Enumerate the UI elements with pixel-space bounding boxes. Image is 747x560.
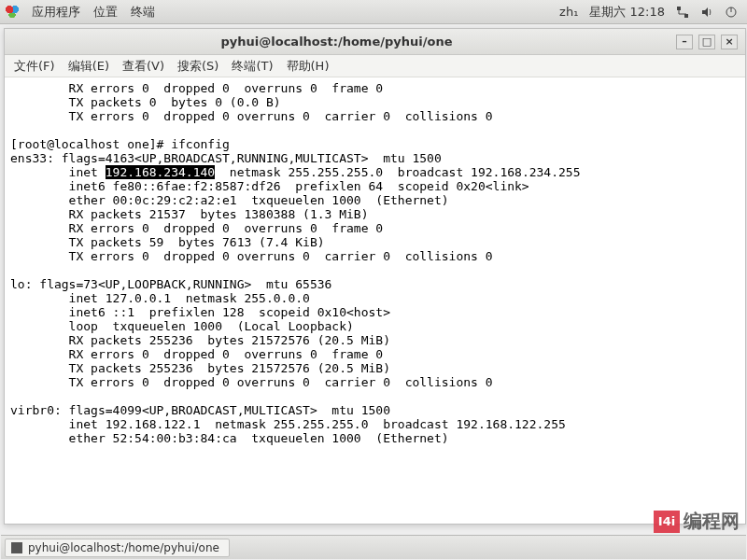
term-line: RX errors 0 dropped 0 overruns 0 frame 0 <box>10 347 383 361</box>
network-icon[interactable] <box>676 6 689 19</box>
window-titlebar[interactable]: pyhui@localhost:/home/pyhui/one – □ × <box>5 29 745 55</box>
term-line: ens33: flags=4163<UP,BROADCAST,RUNNING,M… <box>10 151 442 165</box>
menu-terminal[interactable]: 终端(T) <box>232 58 273 75</box>
term-line: inet6 fe80::6fae:f2:8587:df26 prefixlen … <box>10 179 529 193</box>
term-line: TX errors 0 dropped 0 overruns 0 carrier… <box>10 375 493 389</box>
places-menu[interactable]: 位置 <box>93 4 118 21</box>
term-line: virbr0: flags=4099<UP,BROADCAST,MULTICAS… <box>10 403 390 417</box>
term-line: [root@localhost one]# ifconfig <box>10 137 230 151</box>
term-line: RX errors 0 dropped 0 overruns 0 frame 0 <box>10 221 383 235</box>
term-line: loop txqueuelen 1000 (Local Loopback) <box>10 319 354 333</box>
term-line: lo: flags=73<UP,LOOPBACK,RUNNING> mtu 65… <box>10 277 331 291</box>
term-line: TX packets 0 bytes 0 (0.0 B) <box>10 95 281 109</box>
menu-help[interactable]: 帮助(H) <box>287 58 330 75</box>
applications-menu[interactable]: 应用程序 <box>32 4 80 21</box>
ime-indicator[interactable]: zh₁ <box>559 5 578 19</box>
minimize-button[interactable]: – <box>676 35 693 49</box>
close-button[interactable]: × <box>721 35 738 49</box>
menu-file[interactable]: 文件(F) <box>14 58 55 75</box>
term-line: ether 00:0c:29:c2:a2:e1 txqueuelen 1000 … <box>10 193 449 207</box>
terminal-output[interactable]: RX errors 0 dropped 0 overruns 0 frame 0… <box>5 77 745 524</box>
term-line: inet 192.168.122.1 netmask 255.255.255.0… <box>10 417 566 431</box>
volume-icon[interactable] <box>700 6 713 19</box>
gnome-logo-icon <box>6 6 19 19</box>
power-icon[interactable] <box>725 6 738 19</box>
term-line: inet 127.0.0.1 netmask 255.0.0.0 <box>10 291 310 305</box>
term-line: inet <box>10 165 106 179</box>
term-line: TX errors 0 dropped 0 overruns 0 carrier… <box>10 109 493 123</box>
term-line: TX errors 0 dropped 0 overruns 0 carrier… <box>10 249 493 263</box>
menu-search[interactable]: 搜索(S) <box>177 58 218 75</box>
svg-rect-0 <box>677 7 681 10</box>
menu-edit[interactable]: 编辑(E) <box>68 58 109 75</box>
window-title: pyhui@localhost:/home/pyhui/one <box>5 35 669 49</box>
terminal-window: pyhui@localhost:/home/pyhui/one – □ × 文件… <box>4 28 746 525</box>
system-panel: 应用程序 位置 终端 zh₁ 星期六 12:18 <box>0 0 747 24</box>
highlighted-ip: 192.168.234.140 <box>106 165 215 179</box>
term-line: RX errors 0 dropped 0 overruns 0 frame 0 <box>10 81 383 95</box>
term-line: TX packets 59 bytes 7613 (7.4 KiB) <box>10 235 325 249</box>
terminal-menubar: 文件(F) 编辑(E) 查看(V) 搜索(S) 终端(T) 帮助(H) <box>5 55 745 77</box>
maximize-button[interactable]: □ <box>698 35 715 49</box>
term-line: TX packets 255236 bytes 21572576 (20.5 M… <box>10 361 390 375</box>
svg-rect-1 <box>684 14 688 18</box>
taskbar: pyhui@localhost:/home/pyhui/one <box>1 535 746 559</box>
term-line: RX packets 255236 bytes 21572576 (20.5 M… <box>10 333 390 347</box>
term-line: RX packets 21537 bytes 1380388 (1.3 MiB) <box>10 207 369 221</box>
clock[interactable]: 星期六 12:18 <box>589 4 665 21</box>
term-line: ether 52:54:00:b3:84:ca txqueuelen 1000 … <box>10 431 449 445</box>
taskbar-item-label: pyhui@localhost:/home/pyhui/one <box>28 541 219 554</box>
menu-view[interactable]: 查看(V) <box>122 58 164 75</box>
terminal-icon <box>11 542 22 553</box>
taskbar-item-terminal[interactable]: pyhui@localhost:/home/pyhui/one <box>5 539 230 557</box>
term-line: netmask 255.255.255.0 broadcast 192.168.… <box>215 165 580 179</box>
term-line: inet6 ::1 prefixlen 128 scopeid 0x10<hos… <box>10 305 390 319</box>
terminal-menu[interactable]: 终端 <box>131 4 155 21</box>
